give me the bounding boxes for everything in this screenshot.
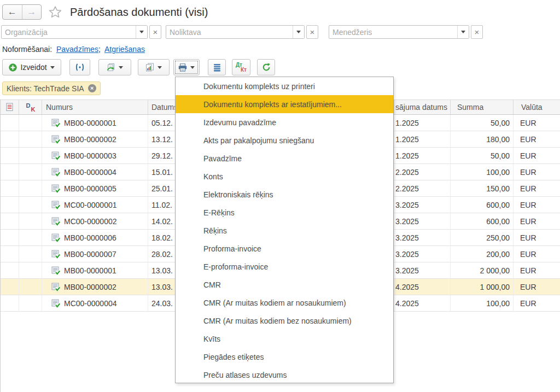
payment-date-column-header[interactable]: sājuma datums <box>394 100 451 114</box>
print-menu-item[interactable]: Konts <box>176 167 393 185</box>
print-menu-item[interactable]: Akts par pakalpojumu sniegšanu <box>176 131 393 149</box>
print-menu-item[interactable]: CMR <box>176 276 393 294</box>
create-based-on-button[interactable] <box>98 59 131 75</box>
remove-filter-icon[interactable]: × <box>88 84 96 92</box>
document-date: 18.02. <box>151 233 173 242</box>
dk-cell <box>19 230 42 245</box>
document-date: 14.02. <box>151 217 173 226</box>
back-button[interactable]: ← <box>3 5 22 19</box>
document-number-cell: MC00-0000004 <box>42 295 148 311</box>
document-number: MC00-0000002 <box>64 217 117 226</box>
doc-state-cell <box>1 115 19 131</box>
print-menu-item[interactable]: Dokumentu komplekts uz printeri <box>176 77 393 95</box>
organization-dropdown-button[interactable] <box>136 26 147 38</box>
link-atgriesanas[interactable]: Atgriešanas <box>104 45 145 54</box>
print-menu-item-label: Rēķins <box>203 226 227 235</box>
print-menu-item-label: CMR (Ar muitas kodiem ar nosaukumiem) <box>203 299 346 307</box>
create-button[interactable]: Izveidot <box>2 59 61 75</box>
set-interval-button[interactable] <box>69 59 90 75</box>
amount-cell: 200,00 <box>451 246 514 262</box>
doc-state-cell <box>1 230 19 245</box>
print-menu-item[interactable]: Pavadzīme <box>176 149 393 167</box>
document-number-cell: MB00-0000001 <box>42 262 148 278</box>
number-column-header[interactable]: Numurs <box>42 100 148 114</box>
print-menu-item[interactable]: E-proforma-invoice <box>176 258 393 276</box>
format-links-separator: ; <box>98 45 101 54</box>
dtkt-icon: Дт Кт <box>236 62 247 72</box>
print-menu-item[interactable]: E-Rēķins <box>176 203 393 221</box>
print-menu-item-label: Pavadzīme <box>203 154 242 163</box>
print-menu-item-label: Dokumentu komplekts ar iestatījumiem... <box>203 100 342 109</box>
posted-document-icon <box>51 135 60 144</box>
doc-state-cell <box>1 148 19 163</box>
warehouse-dropdown-button[interactable] <box>293 26 304 38</box>
print-menu-item[interactable]: Piegādes etiķetes <box>176 348 393 366</box>
payment-date: 3.2025 <box>395 217 419 226</box>
currency: EUR <box>520 135 536 144</box>
forward-arrow-icon: → <box>27 7 36 17</box>
doc-state-cell <box>1 262 19 278</box>
print-menu-item[interactable]: CMR (Ar muitas kodiem ar nosaukumiem) <box>176 294 393 312</box>
report-chart-icon <box>145 63 154 72</box>
amount: 50,00 <box>491 119 510 127</box>
currency: EUR <box>520 250 536 259</box>
print-menu-item[interactable]: CMR (Ar muitas kodiem bez nosaukumiem) <box>176 312 393 330</box>
reports-button[interactable] <box>138 59 170 75</box>
dtkt-postings-button[interactable]: Дт Кт <box>232 59 250 75</box>
payment-date-cell: 4.2025 <box>394 279 451 295</box>
print-menu: Dokumentu komplekts uz printeri Dokument… <box>175 77 394 383</box>
organization-clear-button[interactable]: × <box>149 25 161 39</box>
dk-cell <box>19 115 42 131</box>
organization-field <box>1 25 148 39</box>
chevron-down-icon <box>139 31 144 33</box>
document-number-cell: MB00-0000001 <box>42 115 148 131</box>
dk-cell <box>19 180 42 196</box>
document-number-cell: MC00-0000002 <box>42 213 148 229</box>
currency: EUR <box>520 168 536 177</box>
warehouse-input[interactable] <box>166 26 293 38</box>
posted-document-icon <box>51 151 60 160</box>
refresh-button[interactable] <box>257 59 275 75</box>
favorite-star-icon[interactable] <box>48 5 62 21</box>
manager-dropdown-button[interactable] <box>457 26 469 38</box>
print-menu-item-label: Izdevumu pavadzīme <box>203 118 276 127</box>
forward-button[interactable]: → <box>22 5 42 19</box>
organization-filter: × <box>1 25 161 39</box>
print-menu-item[interactable]: Rēķins <box>176 221 393 239</box>
doc-state-cell <box>1 213 19 229</box>
currency-cell: EUR <box>514 164 560 180</box>
document-number: MB00-0000004 <box>64 168 116 177</box>
print-menu-item[interactable]: Elektroniskais rēķins <box>176 185 393 203</box>
manager-input[interactable] <box>329 26 457 38</box>
document-number: MB00-0000001 <box>64 119 116 127</box>
registers-button[interactable] <box>208 59 226 75</box>
print-button[interactable] <box>173 59 200 75</box>
interval-icon <box>75 63 85 71</box>
document-number-cell: MB00-0000007 <box>42 246 148 262</box>
warehouse-clear-button[interactable]: × <box>306 25 318 39</box>
print-menu-item[interactable]: Izdevumu pavadzīme <box>176 113 393 131</box>
print-menu-item[interactable]: Kvīts <box>176 330 393 348</box>
print-menu-item[interactable]: Proforma-invoice <box>176 239 393 258</box>
payment-date: 3.2025 <box>395 233 419 242</box>
link-pavadzimes[interactable]: Pavadzīmes <box>56 45 98 54</box>
amount-column-header[interactable]: Summa <box>451 100 514 114</box>
posted-document-icon <box>51 119 60 127</box>
print-menu-item[interactable]: Preču atlases uzdevums <box>176 366 393 384</box>
amount: 180,00 <box>486 135 510 144</box>
print-menu-item-label: Konts <box>203 172 223 181</box>
amount-cell: 100,00 <box>451 164 514 180</box>
document-date: 28.02. <box>151 250 173 259</box>
dk-column-header[interactable]: DK <box>19 100 42 114</box>
document-number: MB00-0000003 <box>64 151 116 160</box>
document-date: 11.02. <box>151 201 172 209</box>
currency-column-header[interactable]: Valūta <box>514 100 560 114</box>
manager-clear-button[interactable]: × <box>471 25 483 39</box>
amount-cell: 2 000,00 <box>451 262 514 278</box>
currency-cell: EUR <box>514 115 560 131</box>
format-links-row: Noformēšanai: Pavadzīmes; Atgriešanas <box>2 45 145 54</box>
create-based-on-icon <box>107 63 115 72</box>
organization-input[interactable] <box>2 26 136 38</box>
doc-state-column-header[interactable] <box>1 100 19 114</box>
print-menu-item[interactable]: Dokumentu komplekts ar iestatījumiem... <box>176 95 393 113</box>
